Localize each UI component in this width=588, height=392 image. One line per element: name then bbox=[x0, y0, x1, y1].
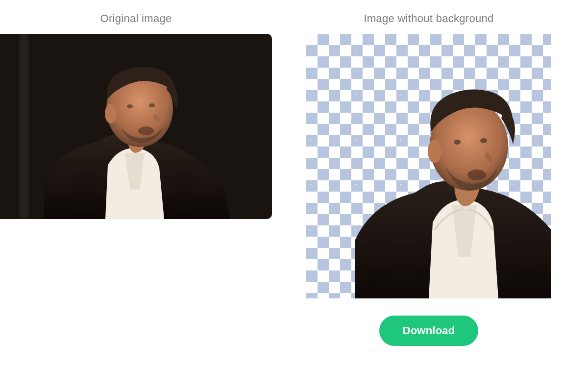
svg-point-3 bbox=[127, 104, 133, 108]
person-silhouette-icon bbox=[29, 62, 235, 219]
original-title: Original image bbox=[100, 12, 172, 25]
person-silhouette-icon bbox=[345, 83, 551, 298]
svg-point-4 bbox=[138, 126, 154, 135]
original-image bbox=[0, 34, 272, 219]
removed-title: Image without background bbox=[364, 12, 493, 25]
download-button[interactable]: Download bbox=[379, 316, 479, 346]
svg-point-7 bbox=[480, 138, 487, 143]
svg-point-9 bbox=[467, 170, 486, 180]
removed-panel: Image without background bbox=[306, 12, 551, 346]
svg-point-2 bbox=[149, 103, 155, 107]
original-panel: Original image bbox=[0, 12, 272, 219]
svg-point-6 bbox=[428, 140, 441, 163]
comparison-container: Original image bbox=[0, 0, 588, 346]
svg-point-1 bbox=[105, 104, 117, 123]
removed-image bbox=[306, 34, 551, 298]
svg-point-8 bbox=[454, 140, 461, 145]
download-wrap: Download bbox=[306, 316, 551, 346]
